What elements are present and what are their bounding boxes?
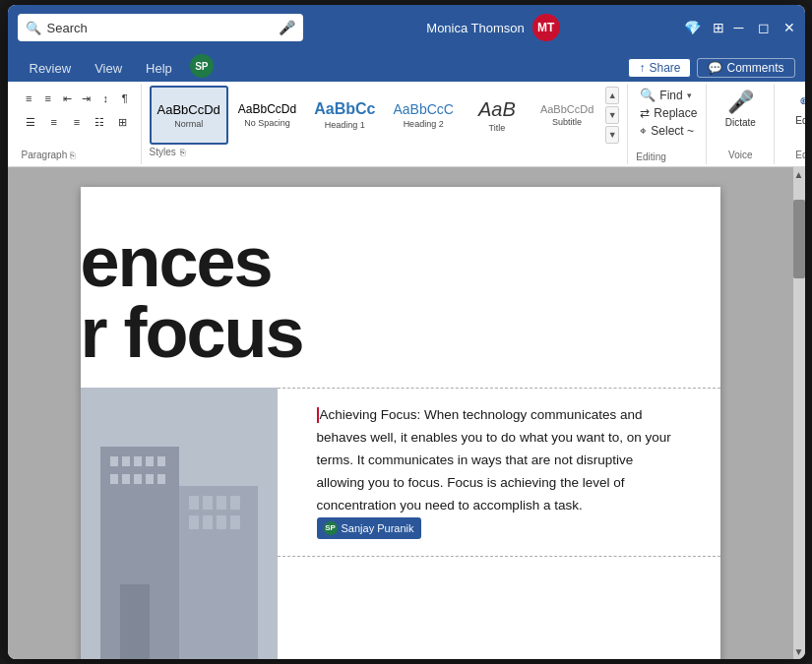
- tab-help[interactable]: Help: [134, 55, 184, 82]
- share-button[interactable]: ↑ Share: [628, 58, 691, 78]
- styles-scrollbar: ▲ ▼ ▼: [605, 87, 619, 144]
- building-image: [81, 388, 278, 659]
- dotted-line-bottom: [278, 556, 720, 557]
- find-dropdown-icon: ▾: [687, 91, 692, 100]
- paragraph-group: ≡ ≡ ⇤ ⇥ ↕ ¶ ☰ ≡ ≡ ☷ ⊞ Paragraph ⎘: [14, 84, 142, 164]
- svg-rect-11: [157, 474, 165, 484]
- svg-rect-9: [134, 474, 142, 484]
- style-heading2[interactable]: AaBbCcC Heading 2: [385, 86, 461, 145]
- styles-row: AaBbCcDd Normal AaBbCcDd No Spacing AaBb…: [150, 86, 620, 145]
- search-input[interactable]: [47, 21, 273, 35]
- list-btn-1[interactable]: ≡: [22, 88, 37, 109]
- style-no-spacing[interactable]: AaBbCcDd No Spacing: [230, 86, 304, 145]
- style-heading1[interactable]: AaBbCc Heading 1: [306, 86, 383, 145]
- gem-icon[interactable]: 💎: [684, 20, 701, 35]
- scroll-up-arrow[interactable]: ▲: [793, 167, 805, 182]
- svg-rect-10: [146, 474, 154, 484]
- align-center-btn[interactable]: ≡: [44, 111, 63, 133]
- tab-view[interactable]: View: [83, 55, 134, 82]
- shading-btn[interactable]: ☷: [91, 111, 109, 133]
- paragraph-buttons-2: ☰ ≡ ≡ ☷ ⊞: [22, 111, 133, 133]
- paragraph-buttons: ≡ ≡ ⇤ ⇥ ↕ ¶: [22, 88, 133, 109]
- text-cursor: [317, 407, 319, 423]
- tab-review[interactable]: Review: [18, 55, 84, 82]
- scroll-thumb[interactable]: [793, 200, 805, 278]
- styles-expand[interactable]: ▼: [605, 126, 619, 144]
- replace-icon: ⇄: [640, 106, 650, 120]
- styles-expand-icon[interactable]: ⎘: [180, 148, 185, 157]
- indent-btn-2[interactable]: ⇥: [79, 88, 94, 109]
- paragraph-expand-icon[interactable]: ⎘: [70, 151, 75, 160]
- comments-icon: 💬: [708, 61, 722, 75]
- editing-group: 🔍 Find ▾ ⇄ Replace ⌖ Select ~ Editing: [628, 84, 707, 164]
- document-area: ences r focus: [8, 167, 805, 659]
- replace-button[interactable]: ⇄ Replace: [636, 104, 698, 122]
- svg-rect-19: [217, 515, 226, 529]
- building-svg: [81, 388, 278, 659]
- svg-rect-16: [230, 496, 240, 510]
- mic-icon[interactable]: 🎤: [279, 20, 295, 35]
- comment-bubble[interactable]: SPSanjay Puranik: [317, 517, 421, 540]
- comment-avatar: SP: [324, 521, 338, 535]
- grid-icon[interactable]: ⊞: [713, 20, 724, 35]
- voice-group: 🎤 Dictate Voice: [707, 84, 775, 164]
- svg-rect-2: [110, 456, 118, 466]
- share-icon: ↑: [639, 61, 645, 75]
- styles-scroll-down[interactable]: ▼: [605, 106, 619, 124]
- align-left-btn[interactable]: ☰: [22, 111, 40, 133]
- svg-rect-20: [230, 515, 240, 529]
- indent-btn-1[interactable]: ⇤: [60, 88, 76, 109]
- user-name: Monica Thomson: [426, 21, 524, 35]
- document-page: ences r focus: [81, 187, 720, 659]
- list-btn-2[interactable]: ≡: [40, 88, 56, 109]
- minimize-button[interactable]: ─: [734, 20, 744, 35]
- search-box[interactable]: 🔍 🎤: [18, 14, 303, 41]
- ribbon-tabs-row: Review View Help SP ↑ Share 💬 Comments: [8, 50, 805, 82]
- svg-rect-7: [110, 474, 118, 484]
- window-controls: ─ ◻ ✕: [734, 20, 795, 35]
- page-content: Achieving Focus: When technology communi…: [81, 388, 720, 659]
- doc-scroll[interactable]: ences r focus: [8, 167, 793, 659]
- paragraph-text: Achieving Focus: When technology communi…: [317, 404, 681, 540]
- dotted-line-top: [278, 388, 720, 389]
- svg-rect-5: [146, 456, 154, 466]
- restore-button[interactable]: ◻: [758, 20, 770, 35]
- styles-group-label: Styles ⎘: [150, 145, 620, 157]
- style-subtitle[interactable]: AaBbCcDd Subtitle: [532, 86, 601, 145]
- style-normal[interactable]: AaBbCcDd Normal: [150, 86, 228, 145]
- find-icon: 🔍: [640, 88, 656, 102]
- svg-rect-8: [122, 474, 130, 484]
- style-title[interactable]: AaB Title: [464, 86, 531, 145]
- close-button[interactable]: ✕: [783, 20, 795, 35]
- svg-rect-15: [217, 496, 226, 510]
- svg-rect-21: [120, 584, 150, 659]
- editor-icon: ✏: [800, 90, 805, 113]
- pilcrow-btn[interactable]: ¶: [117, 88, 133, 109]
- dictate-button[interactable]: 🎤 Dictate: [717, 88, 764, 130]
- paragraph-group-label: Paragraph ⎘: [22, 146, 133, 160]
- heading-line1: ences: [81, 226, 661, 297]
- find-button[interactable]: 🔍 Find ▾: [636, 86, 698, 104]
- editing-group-label: Editing: [636, 150, 698, 162]
- comments-button[interactable]: 💬 Comments: [697, 58, 794, 78]
- mic-ribbon-icon: 🎤: [727, 90, 754, 115]
- scroll-down-arrow[interactable]: ▼: [793, 644, 805, 659]
- text-column: Achieving Focus: When technology communi…: [278, 388, 720, 659]
- svg-rect-14: [203, 496, 213, 510]
- styles-scroll-up[interactable]: ▲: [605, 87, 619, 104]
- editor-button[interactable]: ✏ Editor: [784, 88, 804, 128]
- select-button[interactable]: ⌖ Select ~: [636, 122, 698, 140]
- app-window: 🔍 🎤 Monica Thomson MT 💎 ⊞ ─ ◻ ✕ Review V…: [8, 5, 805, 659]
- vertical-scrollbar[interactable]: ▲ ▼: [793, 167, 805, 659]
- editor-group: ✏ Editor Editor: [775, 84, 804, 164]
- avatar: MT: [532, 14, 560, 41]
- sort-btn[interactable]: ↕: [98, 88, 114, 109]
- editor-group-label: Editor: [795, 150, 804, 160]
- svg-rect-13: [189, 496, 199, 510]
- styles-group: AaBbCcDd Normal AaBbCcDd No Spacing AaBb…: [142, 84, 629, 164]
- svg-rect-6: [157, 456, 165, 466]
- svg-rect-18: [203, 515, 213, 529]
- align-right-btn[interactable]: ≡: [67, 111, 86, 133]
- border-btn[interactable]: ⊞: [113, 111, 132, 133]
- svg-rect-4: [134, 456, 142, 466]
